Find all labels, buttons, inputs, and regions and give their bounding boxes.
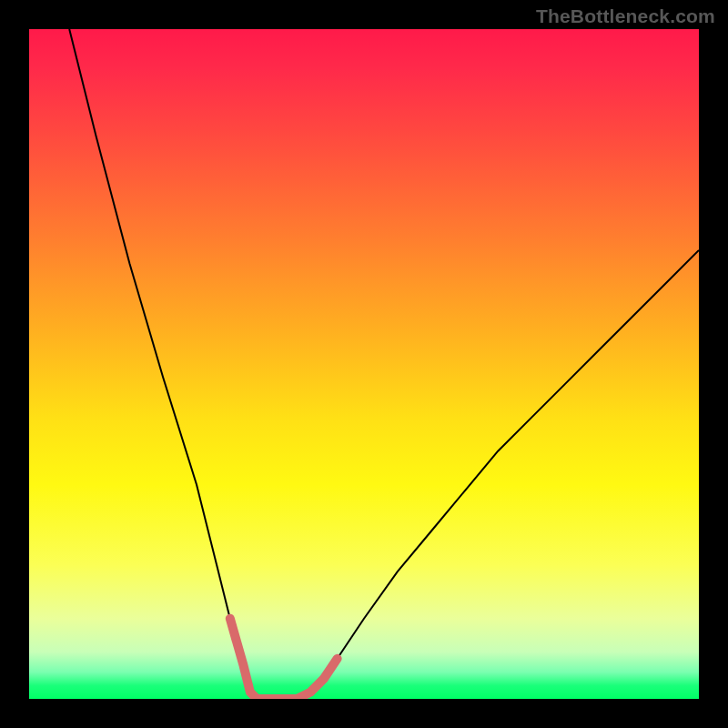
plot-area [29, 29, 699, 699]
bottom-highlight-path [230, 619, 338, 699]
curve-layer [29, 29, 699, 699]
chart-frame: TheBottleneck.com [0, 0, 728, 728]
watermark-text: TheBottleneck.com [536, 5, 715, 27]
bottleneck-curve-path [69, 29, 699, 699]
